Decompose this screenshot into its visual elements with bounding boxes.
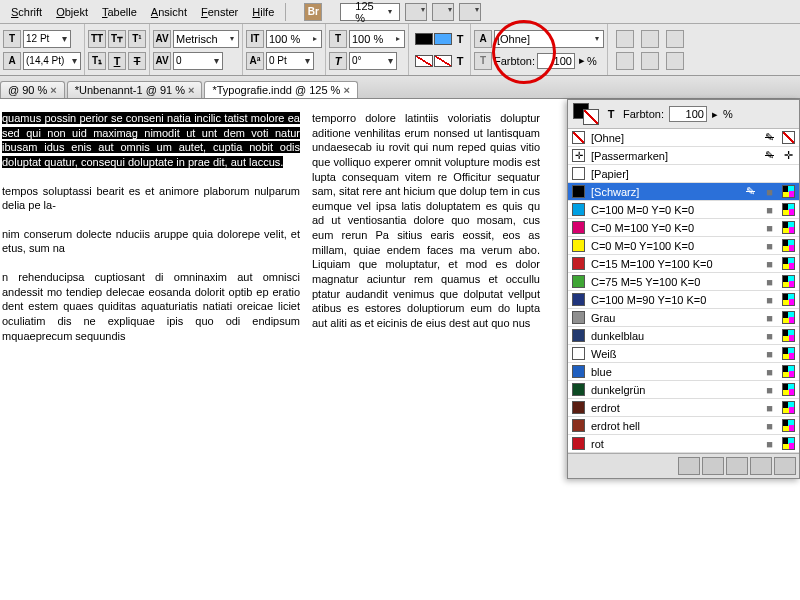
smallcaps-icon[interactable]: Tᴛ <box>108 30 126 48</box>
tab-0[interactable]: @ 90 %× <box>0 81 65 98</box>
swatch-name: [Ohne] <box>591 132 757 144</box>
swatch-row[interactable]: Weiß■ <box>568 345 799 363</box>
swatch-row[interactable]: erdrot■ <box>568 399 799 417</box>
delete-swatch-icon[interactable] <box>774 457 796 475</box>
justify-left-icon[interactable] <box>616 52 634 70</box>
spot-icon: ■ <box>763 293 776 306</box>
swatch-row[interactable]: C=100 M=0 Y=0 K=0■ <box>568 201 799 219</box>
strike-icon[interactable]: T <box>128 52 146 70</box>
swatch-row[interactable]: erdrot hell■ <box>568 417 799 435</box>
arrange-icon[interactable] <box>432 3 454 21</box>
cmyk-icon <box>782 275 795 288</box>
swatch-row[interactable]: C=75 M=5 Y=100 K=0■ <box>568 273 799 291</box>
zoom-select[interactable]: 125 %▾ <box>340 3 400 21</box>
swatches-list[interactable]: [Ohne]✎[Passermarken]✎✛[Papier][Schwarz]… <box>568 129 799 453</box>
cmyk-icon <box>782 203 795 216</box>
menu-schrift[interactable]: Schrift <box>4 6 49 18</box>
stroke-swap[interactable] <box>434 55 452 67</box>
tracking-input[interactable]: 0▾ <box>173 52 223 70</box>
hscale-input[interactable]: 100 %▸ <box>349 30 405 48</box>
show-gradient-icon[interactable] <box>726 457 748 475</box>
charstyle-select[interactable]: [Ohne]▾ <box>494 30 604 48</box>
justify-center-icon[interactable] <box>641 52 659 70</box>
swatch-row[interactable]: C=100 M=90 Y=10 K=0■ <box>568 291 799 309</box>
font-size-input[interactable]: 12 Pt▾ <box>23 30 71 48</box>
selected-text[interactable]: quamus possin perior se conseni natia in… <box>2 112 300 168</box>
swatch-row[interactable]: rot■ <box>568 435 799 453</box>
panel-tint-input[interactable]: 100 <box>669 106 707 122</box>
swatch-row[interactable]: [Ohne]✎ <box>568 129 799 147</box>
superscript-icon[interactable]: T¹ <box>128 30 146 48</box>
allcaps-icon[interactable]: TT <box>88 30 106 48</box>
paragraph[interactable]: tempos soluptassi bearit es et animore p… <box>2 184 300 213</box>
fill-swatch[interactable] <box>415 33 433 45</box>
paragraph[interactable]: temporro dolore latintiis voloriatis dol… <box>312 111 540 330</box>
kerning-input[interactable]: Metrisch▾ <box>173 30 239 48</box>
swatch-row[interactable]: dunkelblau■ <box>568 327 799 345</box>
swatch-row[interactable]: [Papier] <box>568 165 799 183</box>
subscript-icon[interactable]: T₁ <box>88 52 106 70</box>
swatch-row[interactable]: C=0 M=0 Y=100 K=0■ <box>568 237 799 255</box>
close-icon[interactable]: × <box>50 84 56 96</box>
swatch-row[interactable]: C=0 M=100 Y=0 K=0■ <box>568 219 799 237</box>
leading-icon: A <box>3 52 21 70</box>
swatch-row[interactable]: dunkelgrün■ <box>568 381 799 399</box>
align-center-icon[interactable] <box>641 30 659 48</box>
swatch-chip <box>572 203 585 216</box>
stroke-swatch[interactable] <box>415 55 433 67</box>
skew-input[interactable]: 0°▾ <box>349 52 397 70</box>
swatches-header: T Farbton: 100 ▸% <box>568 100 799 129</box>
swatch-chip <box>572 383 585 396</box>
vscale-icon: IT <box>246 30 264 48</box>
underline-icon[interactable]: T <box>108 52 126 70</box>
lock-icon: ✎ <box>763 131 776 144</box>
menu-fenster[interactable]: Fenster <box>194 6 245 18</box>
tint-input[interactable]: 100 <box>537 53 575 69</box>
bridge-icon[interactable]: Br <box>304 3 322 21</box>
align-left-icon[interactable] <box>616 30 634 48</box>
baseline-input[interactable]: 0 Pt▾ <box>266 52 314 70</box>
text-column-left[interactable]: quamus possin perior se conseni natia in… <box>0 99 310 600</box>
spot-icon: ■ <box>763 257 776 270</box>
paragraph[interactable]: nim conserum dolecte nduciis aruppe quia… <box>2 227 300 256</box>
swatch-chip <box>572 293 585 306</box>
justify-right-icon[interactable] <box>666 52 684 70</box>
swatches-panel: T Farbton: 100 ▸% [Ohne]✎[Passermarken]✎… <box>567 99 800 479</box>
swatch-row[interactable]: blue■ <box>568 363 799 381</box>
cmyk-icon <box>782 401 795 414</box>
cmyk-icon <box>782 185 795 198</box>
show-all-icon[interactable] <box>678 457 700 475</box>
menu-objekt[interactable]: Objekt <box>49 6 95 18</box>
close-icon[interactable]: × <box>188 84 194 96</box>
tab-2[interactable]: *Typografie.indd @ 125 %× <box>204 81 357 98</box>
screen-mode-icon[interactable] <box>405 3 427 21</box>
menu-tabelle[interactable]: Tabelle <box>95 6 144 18</box>
close-icon[interactable]: × <box>343 84 349 96</box>
paragraph[interactable]: n rehenducipsa cuptiosant di omninaxim a… <box>2 270 300 343</box>
swatch-row[interactable]: Grau■ <box>568 309 799 327</box>
view-options-icon[interactable] <box>459 3 481 21</box>
kerning-icon: AV <box>153 30 171 48</box>
apply-to-stroke-icon[interactable]: T <box>453 54 467 68</box>
align-right-icon[interactable] <box>666 30 684 48</box>
menu-ansicht[interactable]: Ansicht <box>144 6 194 18</box>
fill-swap[interactable] <box>434 33 452 45</box>
text-column-right[interactable]: temporro dolore latintiis voloriatis dol… <box>310 99 550 600</box>
swatch-row[interactable]: [Schwarz]✎■ <box>568 183 799 201</box>
swatch-chip <box>572 311 585 324</box>
swatch-row[interactable]: C=15 M=100 Y=100 K=0■ <box>568 255 799 273</box>
vscale-input[interactable]: 100 %▸ <box>266 30 322 48</box>
cmyk-icon <box>782 437 795 450</box>
swatch-name: [Passermarken] <box>591 150 757 162</box>
menu-hilfe[interactable]: Hilfe <box>245 6 281 18</box>
apply-text-icon[interactable]: T <box>604 107 618 121</box>
swatch-row[interactable]: [Passermarken]✎✛ <box>568 147 799 165</box>
leading-input[interactable]: (14,4 Pt)▾ <box>23 52 81 70</box>
new-swatch-icon[interactable] <box>750 457 772 475</box>
document-area: quamus possin perior se conseni natia in… <box>0 99 800 600</box>
panel-stroke-swatch[interactable] <box>583 109 599 125</box>
spot-icon: ■ <box>763 221 776 234</box>
tab-1[interactable]: *Unbenannt-1 @ 91 %× <box>67 81 203 98</box>
apply-to-text-icon[interactable]: T <box>453 32 467 46</box>
show-color-icon[interactable] <box>702 457 724 475</box>
